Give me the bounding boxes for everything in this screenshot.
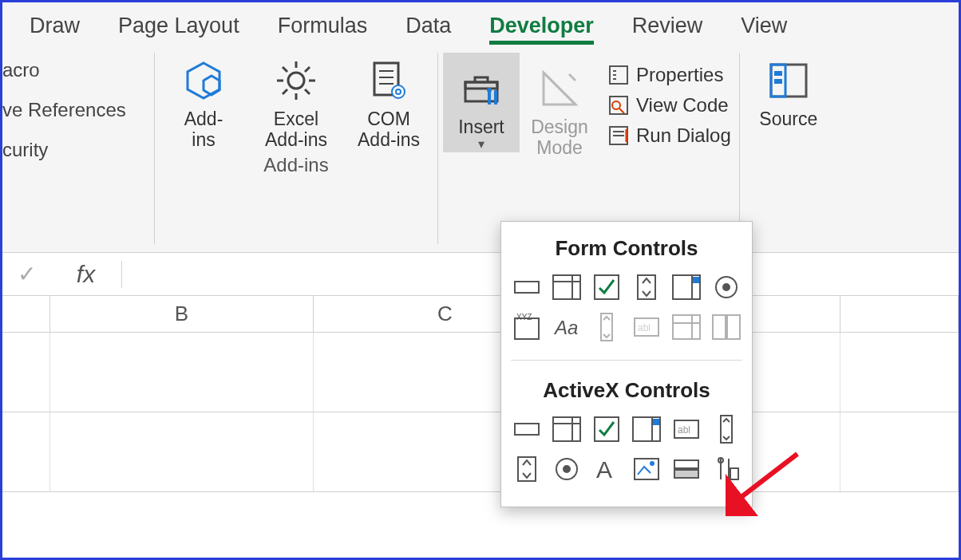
form-controls-grid: XYZAaabl xyxy=(501,269,752,357)
view-code-label: View Code xyxy=(636,94,729,116)
svg-point-50 xyxy=(722,283,730,291)
svg-point-21 xyxy=(487,88,492,93)
hexagon-icon xyxy=(181,53,226,108)
design-mode-button[interactable]: Design Mode xyxy=(520,53,599,159)
svg-rect-25 xyxy=(610,66,627,84)
tab-view[interactable]: View xyxy=(741,14,787,38)
toolbox-icon xyxy=(459,61,504,116)
svg-text:XYZ: XYZ xyxy=(516,313,532,321)
scrollbar-icon xyxy=(588,309,625,345)
combobox-icon[interactable] xyxy=(548,269,585,306)
svg-rect-38 xyxy=(774,71,782,76)
col-header-B[interactable]: B xyxy=(50,296,314,332)
tab-draw[interactable]: Draw xyxy=(30,14,80,38)
cancel-icon[interactable]: ✓ xyxy=(2,261,50,287)
svg-rect-44 xyxy=(595,275,619,299)
ax-spin-icon[interactable] xyxy=(508,451,545,487)
svg-point-75 xyxy=(563,465,571,473)
svg-rect-48 xyxy=(693,277,699,283)
button-icon[interactable] xyxy=(508,269,545,306)
combolist-icon xyxy=(708,309,745,345)
spin-icon[interactable] xyxy=(628,269,665,306)
ax-image-icon[interactable] xyxy=(628,451,665,487)
column-headers: B C D xyxy=(2,296,959,333)
svg-rect-18 xyxy=(465,82,497,89)
svg-text:Aa: Aa xyxy=(553,317,578,338)
activex-controls-grid: ablA xyxy=(501,411,752,499)
gear-icon xyxy=(274,53,318,108)
chevron-down-icon: ▾ xyxy=(478,137,484,152)
ax-textbox-icon[interactable]: abl xyxy=(668,411,705,448)
ax-combobox-icon[interactable] xyxy=(548,411,585,448)
truncated-item[interactable]: acro xyxy=(2,59,154,81)
addins-group-label: Add-ins xyxy=(263,154,328,179)
run-dialog-label: Run Dialog xyxy=(636,124,731,147)
checkbox-icon[interactable] xyxy=(588,269,625,306)
ax-toggle-icon[interactable] xyxy=(668,451,705,487)
svg-line-24 xyxy=(569,74,575,81)
view-code-button[interactable]: View Code xyxy=(607,94,731,116)
truncated-item[interactable]: curity xyxy=(2,139,154,161)
svg-text:A: A xyxy=(596,456,612,483)
row-2[interactable] xyxy=(2,412,959,492)
svg-line-9 xyxy=(305,67,310,72)
svg-rect-84 xyxy=(730,468,738,479)
addins-group: Add- ins Excel Add-ins COM Add-ins Add-i… xyxy=(155,45,437,252)
design-mode-label: Design Mode xyxy=(531,116,588,159)
insert-label: Insert xyxy=(458,116,504,137)
source-label: Source xyxy=(759,108,817,129)
groupbox-icon[interactable]: XYZ xyxy=(508,309,545,345)
svg-point-30 xyxy=(612,101,620,109)
com-add-ins-label: COM Add-ins xyxy=(358,108,420,151)
combo2-icon xyxy=(668,309,705,345)
ax-label-icon[interactable]: A xyxy=(588,451,625,487)
listbox-icon[interactable] xyxy=(668,269,705,306)
com-add-ins-button[interactable]: COM Add-ins xyxy=(345,45,433,151)
svg-text:abl: abl xyxy=(678,424,690,436)
excel-add-ins-button[interactable]: Excel Add-ins xyxy=(252,45,340,151)
insert-button[interactable]: Insert ▾ xyxy=(443,53,520,152)
svg-text:abl: abl xyxy=(638,322,651,333)
insert-dropdown: Form Controls XYZAaabl ActiveX Controls … xyxy=(500,221,753,507)
properties-button[interactable]: Properties xyxy=(607,64,731,86)
tab-page-layout[interactable]: Page Layout xyxy=(118,14,239,38)
ax-more-icon[interactable] xyxy=(708,451,745,487)
option-icon[interactable] xyxy=(708,269,745,306)
ax-button-icon[interactable] xyxy=(508,411,545,448)
col-header-next[interactable] xyxy=(840,296,959,332)
truncated-item[interactable]: ve References xyxy=(2,99,154,121)
form-controls-title: Form Controls xyxy=(501,222,752,269)
run-dialog-icon xyxy=(607,124,630,147)
svg-line-31 xyxy=(619,108,624,113)
ribbon-tabs: Draw Page Layout Formulas Data Developer… xyxy=(2,2,959,45)
svg-rect-80 xyxy=(674,470,698,478)
tab-review[interactable]: Review xyxy=(632,14,703,38)
svg-rect-17 xyxy=(465,82,497,101)
col-header-gutter[interactable] xyxy=(2,296,50,332)
worksheet-grid[interactable]: B C D xyxy=(2,296,959,492)
tab-developer[interactable]: Developer xyxy=(489,14,594,38)
add-ins-label: Add- ins xyxy=(184,108,223,151)
svg-rect-41 xyxy=(553,275,580,299)
svg-rect-57 xyxy=(673,315,700,339)
ax-scrollbar-icon[interactable] xyxy=(708,411,745,448)
run-dialog-button[interactable]: Run Dialog xyxy=(607,124,731,147)
controls-side-list: Properties View Code Run Dialog xyxy=(599,53,734,147)
source-button[interactable]: Source xyxy=(745,45,832,129)
label-icon[interactable]: Aa xyxy=(548,309,585,345)
excel-add-ins-label: Excel Add-ins xyxy=(265,108,327,151)
tab-formulas[interactable]: Formulas xyxy=(278,14,368,38)
tab-data[interactable]: Data xyxy=(405,14,451,38)
ax-option-icon[interactable] xyxy=(548,451,585,487)
properties-label: Properties xyxy=(636,64,723,86)
row-1[interactable] xyxy=(2,333,959,412)
svg-rect-69 xyxy=(653,419,659,425)
add-ins-button[interactable]: Add- ins xyxy=(160,45,247,151)
fx-label[interactable]: fx xyxy=(50,261,122,288)
svg-line-8 xyxy=(305,89,310,94)
svg-line-10 xyxy=(283,89,287,94)
ax-listbox-icon[interactable] xyxy=(628,411,665,448)
ax-checkbox-icon[interactable] xyxy=(588,411,625,448)
svg-rect-66 xyxy=(595,417,619,441)
list-gear-icon xyxy=(366,53,411,108)
